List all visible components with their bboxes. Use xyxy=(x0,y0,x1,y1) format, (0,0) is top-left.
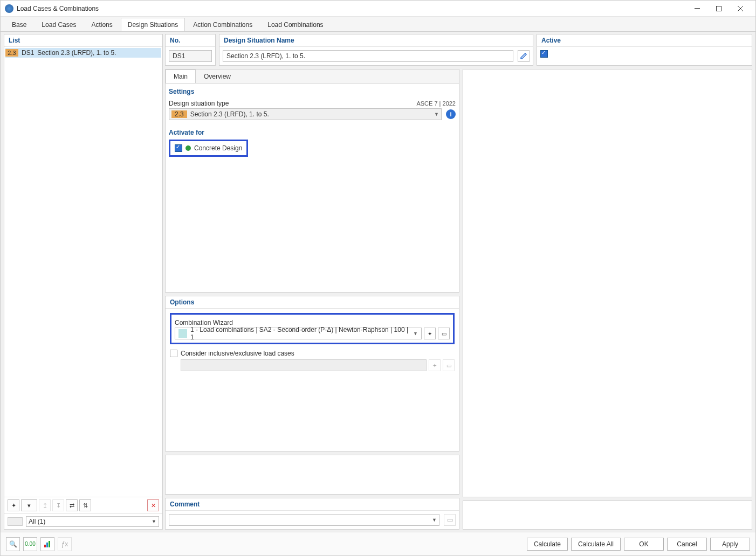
no-field[interactable]: DS1 xyxy=(169,50,212,62)
svg-rect-5 xyxy=(46,543,48,547)
list-row-id: DS1 xyxy=(18,49,37,57)
comment-card: Comment ▼ ▭ xyxy=(165,498,459,530)
activate-for-header: Activate for xyxy=(169,128,456,140)
svg-rect-1 xyxy=(717,6,721,11)
tab-load-cases[interactable]: Load Cases xyxy=(35,18,83,31)
standard-label: ASCE 7 | 2022 xyxy=(416,100,456,107)
settings-card: Main Overview Settings Design situation … xyxy=(165,69,459,293)
maximize-button[interactable] xyxy=(708,1,730,16)
comment-dropdown[interactable]: ▼ xyxy=(169,514,439,526)
list-header: List xyxy=(4,34,162,47)
list-filter-row: All (1) ▼ xyxy=(4,513,162,529)
new-item-button[interactable]: ✦ xyxy=(8,499,19,511)
active-checkbox[interactable] xyxy=(540,50,548,58)
concrete-design-label: Concrete Design xyxy=(194,144,242,152)
wizard-edit-button[interactable]: ▭ xyxy=(438,328,450,339)
no-header: No. xyxy=(166,34,215,47)
combination-wizard-highlight: Combination Wizard 1 - Load combinations… xyxy=(170,313,455,344)
name-header: Design Situation Name xyxy=(219,34,533,47)
consider-cases-field xyxy=(181,359,427,371)
combination-wizard-value: 1 - Load combinations | SA2 - Second-ord… xyxy=(190,326,410,341)
filter-select-text: All (1) xyxy=(29,518,45,525)
name-field[interactable]: Section 2.3 (LRFD), 1. to 5. xyxy=(223,50,513,62)
calculate-all-button[interactable]: Calculate All xyxy=(571,538,621,551)
window-title: Load Cases & Combinations xyxy=(17,5,686,12)
titlebar: Load Cases & Combinations xyxy=(1,1,755,17)
svg-rect-6 xyxy=(49,541,50,547)
preview-top xyxy=(463,69,752,497)
sub-tab-main[interactable]: Main xyxy=(166,70,196,83)
sub-tabs: Main Overview xyxy=(166,70,459,84)
svg-rect-0 xyxy=(695,8,700,9)
graph-button[interactable] xyxy=(40,537,54,551)
svg-rect-4 xyxy=(44,545,46,547)
wizard-swatch-icon xyxy=(178,329,187,338)
preview-area xyxy=(463,69,752,530)
tab-actions[interactable]: Actions xyxy=(84,18,119,31)
settings-header: Settings xyxy=(169,87,456,99)
app-icon xyxy=(5,4,13,13)
sort-button[interactable]: ⇅ xyxy=(79,499,91,511)
apply-button[interactable]: Apply xyxy=(710,538,750,551)
delete-button[interactable]: ✕ xyxy=(147,499,159,511)
top-tabs: Base Load Cases Actions Design Situation… xyxy=(1,17,755,32)
active-header: Active xyxy=(537,34,752,47)
no-group: No. DS1 xyxy=(165,34,216,66)
consider-cases-checkbox[interactable] xyxy=(170,350,177,357)
chevron-down-icon: ▼ xyxy=(410,331,421,336)
design-type-dropdown[interactable]: 2.3 Section 2.3 (LRFD), 1. to 5. ▼ xyxy=(169,108,442,120)
list-panel: List 2.3 DS1 Section 2.3 (LRFD), 1. to 5… xyxy=(4,34,163,530)
minimize-button[interactable] xyxy=(686,1,708,16)
shift-up-button: ↥ xyxy=(39,499,51,511)
new-item-dropdown-button[interactable]: ▾ xyxy=(21,499,37,511)
help-button[interactable]: 🔍 xyxy=(6,537,20,551)
tab-action-combinations[interactable]: Action Combinations xyxy=(186,18,259,31)
filter-swatch xyxy=(8,517,23,526)
units-button[interactable]: 0.00 xyxy=(23,537,37,551)
chevron-down-icon: ▼ xyxy=(432,517,437,523)
ok-button[interactable]: OK xyxy=(624,538,664,551)
options-card: Options Combination Wizard 1 - Load comb… xyxy=(165,296,459,451)
edit-name-button[interactable] xyxy=(518,50,530,62)
consider-new-button: ✦ xyxy=(429,359,441,371)
combination-wizard-dropdown[interactable]: 1 - Load combinations | SA2 - Second-ord… xyxy=(175,328,422,339)
design-type-value: Section 2.3 (LRFD), 1. to 5. xyxy=(190,110,434,118)
cancel-button[interactable]: Cancel xyxy=(667,538,707,551)
script-button: ƒx xyxy=(58,537,72,551)
chevron-down-icon: ▼ xyxy=(152,519,156,524)
wizard-new-button[interactable]: ✦ xyxy=(424,328,436,339)
filter-select[interactable]: All (1) ▼ xyxy=(26,516,159,527)
active-group: Active xyxy=(537,34,752,66)
consider-edit-button: ▭ xyxy=(443,359,455,371)
tab-base[interactable]: Base xyxy=(5,18,33,31)
concrete-design-checkbox[interactable] xyxy=(175,144,182,152)
comment-edit-button[interactable]: ▭ xyxy=(444,514,456,526)
shift-down-button: ↧ xyxy=(52,499,64,511)
options-header: Options xyxy=(166,296,459,309)
blank-spacer-card xyxy=(165,455,459,495)
renumber-button[interactable]: ⇄ xyxy=(66,499,78,511)
name-group: Design Situation Name Section 2.3 (LRFD)… xyxy=(219,34,533,66)
sub-tab-overview[interactable]: Overview xyxy=(196,70,239,83)
tab-design-situations[interactable]: Design Situations xyxy=(121,18,185,31)
list-row-badge: 2.3 xyxy=(5,49,18,57)
consider-cases-label: Consider inclusive/exclusive load cases xyxy=(181,350,294,357)
calculate-button[interactable]: Calculate xyxy=(527,538,568,551)
list-toolbar: ✦ ▾ ↥ ↧ ⇄ ⇅ ✕ xyxy=(4,497,162,513)
status-dot-icon xyxy=(185,145,191,151)
list-body[interactable]: 2.3 DS1 Section 2.3 (LRFD), 1. to 5. xyxy=(4,47,162,497)
list-row[interactable]: 2.3 DS1 Section 2.3 (LRFD), 1. to 5. xyxy=(5,48,161,58)
preview-bottom xyxy=(463,501,752,530)
design-type-label: Design situation type xyxy=(169,99,229,108)
concrete-design-highlight: Concrete Design xyxy=(169,140,248,157)
tab-load-combinations[interactable]: Load Combinations xyxy=(260,18,330,31)
footer: 🔍 0.00 ƒx Calculate Calculate All OK Can… xyxy=(1,532,755,555)
chevron-down-icon: ▼ xyxy=(434,112,439,117)
design-type-badge: 2.3 xyxy=(171,110,187,118)
list-row-label: Section 2.3 (LRFD), 1. to 5. xyxy=(37,49,161,57)
comment-header: Comment xyxy=(166,498,459,511)
info-icon[interactable]: i xyxy=(446,109,456,119)
close-button[interactable] xyxy=(730,1,751,16)
